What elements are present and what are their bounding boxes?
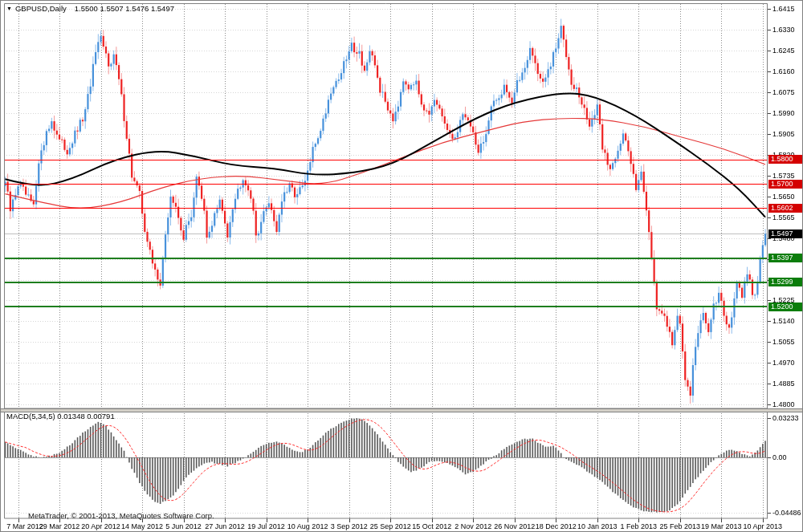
price-tick-label: 1.4885 [772, 380, 795, 388]
copyright-text: MetaTrader, © 2001-2013, MetaQuotes Soft… [28, 511, 214, 520]
price-tick-label: 1.5565 [772, 213, 795, 221]
price-tick-label: 1.5990 [772, 109, 795, 117]
macd-values: 0.01348 0.00791 [57, 412, 114, 420]
price-tick-label: 1.5055 [772, 338, 795, 346]
support-price-badge: 1.5299 [768, 278, 803, 286]
price-tick-label: 1.5140 [772, 317, 795, 325]
price-tick-label: 1.4800 [772, 400, 795, 408]
resistance-price-badge: 1.5700 [768, 180, 803, 189]
collapse-triangle-icon[interactable]: ▼ [6, 6, 12, 11]
price-tick-label: 1.4970 [772, 359, 795, 367]
chart-canvas[interactable] [1, 1, 803, 532]
macd-indicator-label: MACD(5,34,5) [6, 412, 55, 420]
resistance-price-badge: 1.5800 [768, 155, 803, 164]
current-price-badge: 1.5497 [768, 229, 803, 238]
ohlc-values: 1.5500 1.5507 1.5476 1.5497 [75, 4, 174, 13]
price-tick-label: 1.6415 [772, 5, 795, 13]
symbol-timeframe-label: GBPUSD,Daily [15, 4, 67, 13]
chart-legend: ▼GBPUSD,Daily1.5500 1.5507 1.5476 1.5497 [6, 4, 174, 13]
macd-tick-label: 0.03233 [772, 414, 799, 422]
price-tick-label: 1.6075 [772, 88, 795, 96]
panel-splitter[interactable] [1, 408, 803, 412]
date-tick-label: 10 Apr 2013 [739, 522, 787, 530]
price-tick-label: 1.5735 [772, 172, 795, 180]
metatrader-chart-window: ▼GBPUSD,Daily1.5500 1.5507 1.5476 1.5497… [0, 0, 803, 532]
time-axis[interactable]: 7 Mar 201229 Mar 201220 Apr 201214 May 2… [1, 519, 803, 532]
macd-tick-label: -0.04486 [772, 509, 801, 517]
price-tick-label: 1.6245 [772, 47, 795, 55]
macd-indicator-axis[interactable]: 0.032330.00-0.04486 [768, 411, 803, 518]
macd-legend: MACD(5,34,5) 0.01348 0.00791 [6, 412, 115, 420]
price-tick-label: 1.5905 [772, 130, 795, 138]
macd-tick-label: 0.00 [772, 453, 787, 461]
support-price-badge: 1.5200 [768, 303, 803, 311]
support-price-badge: 1.5397 [768, 254, 803, 262]
resistance-price-badge: 1.5602 [768, 204, 803, 213]
price-tick-label: 1.6330 [772, 26, 795, 34]
price-tick-label: 1.5650 [772, 193, 795, 201]
price-tick-label: 1.6160 [772, 67, 795, 75]
